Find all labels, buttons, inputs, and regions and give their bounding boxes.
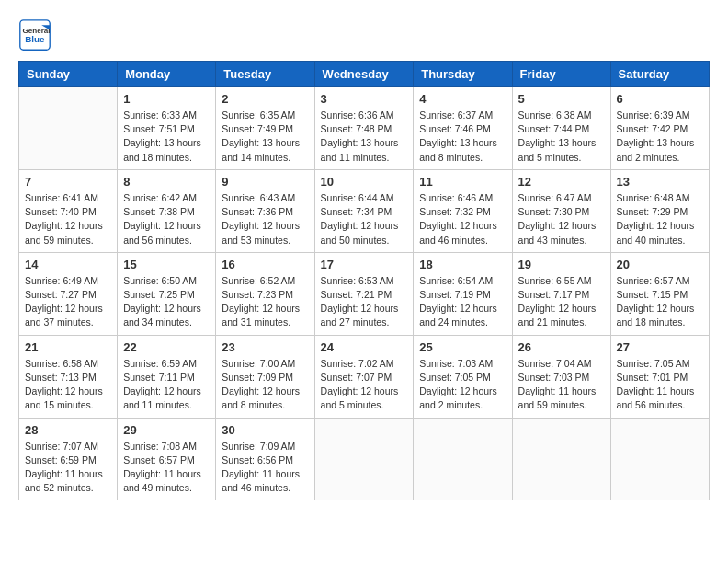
day-number: 4 [419, 92, 506, 106]
day-info: Sunrise: 6:53 AM Sunset: 7:21 PM Dayligh… [321, 274, 408, 330]
calendar-cell: 30Sunrise: 7:09 AM Sunset: 6:56 PM Dayli… [216, 418, 314, 500]
day-number: 28 [25, 423, 111, 437]
calendar-cell: 6Sunrise: 6:39 AM Sunset: 7:42 PM Daylig… [610, 87, 709, 170]
calendar-cell [610, 418, 709, 500]
calendar-week-row: 28Sunrise: 7:07 AM Sunset: 6:59 PM Dayli… [19, 418, 710, 500]
day-info: Sunrise: 6:48 AM Sunset: 7:29 PM Dayligh… [617, 191, 703, 247]
day-number: 30 [222, 423, 308, 437]
day-info: Sunrise: 6:50 AM Sunset: 7:25 PM Dayligh… [123, 274, 210, 330]
day-info: Sunrise: 6:37 AM Sunset: 7:46 PM Dayligh… [419, 109, 506, 165]
calendar-cell: 19Sunrise: 6:55 AM Sunset: 7:17 PM Dayli… [512, 252, 610, 335]
calendar-cell: 8Sunrise: 6:42 AM Sunset: 7:38 PM Daylig… [118, 169, 216, 252]
day-number: 6 [617, 92, 703, 106]
calendar-cell: 7Sunrise: 6:41 AM Sunset: 7:40 PM Daylig… [19, 169, 118, 252]
day-info: Sunrise: 6:49 AM Sunset: 7:27 PM Dayligh… [25, 274, 111, 330]
calendar-cell: 15Sunrise: 6:50 AM Sunset: 7:25 PM Dayli… [118, 252, 216, 335]
day-info: Sunrise: 6:43 AM Sunset: 7:36 PM Dayligh… [222, 191, 308, 247]
day-number: 8 [123, 175, 210, 189]
day-number: 11 [419, 175, 506, 189]
calendar-cell: 13Sunrise: 6:48 AM Sunset: 7:29 PM Dayli… [610, 169, 709, 252]
day-number: 13 [617, 175, 703, 189]
day-number: 7 [25, 175, 111, 189]
day-info: Sunrise: 6:57 AM Sunset: 7:15 PM Dayligh… [617, 274, 703, 330]
calendar-cell [414, 418, 512, 500]
day-number: 26 [518, 340, 605, 354]
weekday-header-sunday: Sunday [19, 62, 118, 87]
day-info: Sunrise: 7:03 AM Sunset: 7:05 PM Dayligh… [419, 357, 506, 413]
day-info: Sunrise: 7:07 AM Sunset: 6:59 PM Dayligh… [25, 440, 111, 496]
weekday-header-row: SundayMondayTuesdayWednesdayThursdayFrid… [19, 62, 710, 87]
calendar-cell: 23Sunrise: 7:00 AM Sunset: 7:09 PM Dayli… [216, 335, 314, 418]
calendar-cell: 2Sunrise: 6:35 AM Sunset: 7:49 PM Daylig… [216, 87, 314, 170]
calendar-week-row: 21Sunrise: 6:58 AM Sunset: 7:13 PM Dayli… [19, 335, 710, 418]
calendar-week-row: 14Sunrise: 6:49 AM Sunset: 7:27 PM Dayli… [19, 252, 710, 335]
calendar-cell: 17Sunrise: 6:53 AM Sunset: 7:21 PM Dayli… [314, 252, 414, 335]
day-number: 1 [123, 92, 210, 106]
day-number: 9 [222, 175, 308, 189]
day-info: Sunrise: 7:08 AM Sunset: 6:57 PM Dayligh… [123, 440, 210, 496]
calendar-cell: 20Sunrise: 6:57 AM Sunset: 7:15 PM Dayli… [610, 252, 709, 335]
day-info: Sunrise: 6:59 AM Sunset: 7:11 PM Dayligh… [123, 357, 210, 413]
day-number: 10 [321, 175, 408, 189]
calendar-cell: 26Sunrise: 7:04 AM Sunset: 7:03 PM Dayli… [512, 335, 610, 418]
calendar-cell: 24Sunrise: 7:02 AM Sunset: 7:07 PM Dayli… [314, 335, 414, 418]
calendar-cell: 29Sunrise: 7:08 AM Sunset: 6:57 PM Dayli… [118, 418, 216, 500]
day-info: Sunrise: 7:02 AM Sunset: 7:07 PM Dayligh… [321, 357, 408, 413]
calendar-cell: 14Sunrise: 6:49 AM Sunset: 7:27 PM Dayli… [19, 252, 118, 335]
day-info: Sunrise: 6:35 AM Sunset: 7:49 PM Dayligh… [222, 109, 308, 165]
calendar-cell: 12Sunrise: 6:47 AM Sunset: 7:30 PM Dayli… [512, 169, 610, 252]
day-number: 2 [222, 92, 308, 106]
calendar-cell [314, 418, 414, 500]
calendar-cell: 5Sunrise: 6:38 AM Sunset: 7:44 PM Daylig… [512, 87, 610, 170]
calendar-cell: 22Sunrise: 6:59 AM Sunset: 7:11 PM Dayli… [118, 335, 216, 418]
weekday-header-thursday: Thursday [414, 62, 512, 87]
day-info: Sunrise: 6:36 AM Sunset: 7:48 PM Dayligh… [321, 109, 408, 165]
day-number: 19 [518, 258, 605, 271]
calendar-cell [19, 87, 118, 170]
day-info: Sunrise: 6:44 AM Sunset: 7:34 PM Dayligh… [321, 191, 408, 247]
day-info: Sunrise: 6:54 AM Sunset: 7:19 PM Dayligh… [419, 274, 506, 330]
day-number: 3 [321, 92, 408, 106]
day-number: 14 [25, 258, 111, 271]
day-info: Sunrise: 6:58 AM Sunset: 7:13 PM Dayligh… [25, 357, 111, 413]
day-info: Sunrise: 6:41 AM Sunset: 7:40 PM Dayligh… [25, 191, 111, 247]
day-info: Sunrise: 6:47 AM Sunset: 7:30 PM Dayligh… [518, 191, 605, 247]
calendar-cell: 11Sunrise: 6:46 AM Sunset: 7:32 PM Dayli… [414, 169, 512, 252]
calendar-cell: 9Sunrise: 6:43 AM Sunset: 7:36 PM Daylig… [216, 169, 314, 252]
day-number: 21 [25, 340, 111, 354]
day-number: 20 [617, 258, 703, 271]
calendar-table: SundayMondayTuesdayWednesdayThursdayFrid… [18, 61, 710, 500]
calendar-cell: 10Sunrise: 6:44 AM Sunset: 7:34 PM Dayli… [314, 169, 414, 252]
calendar-cell: 1Sunrise: 6:33 AM Sunset: 7:51 PM Daylig… [118, 87, 216, 170]
day-number: 23 [222, 340, 308, 354]
weekday-header-friday: Friday [512, 62, 610, 87]
day-info: Sunrise: 6:55 AM Sunset: 7:17 PM Dayligh… [518, 274, 605, 330]
calendar-week-row: 1Sunrise: 6:33 AM Sunset: 7:51 PM Daylig… [19, 87, 710, 170]
calendar-cell: 4Sunrise: 6:37 AM Sunset: 7:46 PM Daylig… [414, 87, 512, 170]
day-number: 18 [419, 258, 506, 271]
day-number: 22 [123, 340, 210, 354]
calendar-cell: 28Sunrise: 7:07 AM Sunset: 6:59 PM Dayli… [19, 418, 118, 500]
logo-icon: General Blue [18, 18, 51, 52]
day-number: 24 [321, 340, 408, 354]
day-number: 15 [123, 258, 210, 271]
day-number: 12 [518, 175, 605, 189]
day-info: Sunrise: 7:04 AM Sunset: 7:03 PM Dayligh… [518, 357, 605, 413]
day-number: 17 [321, 258, 408, 271]
day-number: 16 [222, 258, 308, 271]
day-number: 27 [617, 340, 703, 354]
day-info: Sunrise: 6:39 AM Sunset: 7:42 PM Dayligh… [617, 109, 703, 165]
day-info: Sunrise: 6:46 AM Sunset: 7:32 PM Dayligh… [419, 191, 506, 247]
day-info: Sunrise: 6:52 AM Sunset: 7:23 PM Dayligh… [222, 274, 308, 330]
calendar-cell: 18Sunrise: 6:54 AM Sunset: 7:19 PM Dayli… [414, 252, 512, 335]
calendar-cell: 27Sunrise: 7:05 AM Sunset: 7:01 PM Dayli… [610, 335, 709, 418]
logo: General Blue [18, 18, 55, 52]
calendar-cell: 25Sunrise: 7:03 AM Sunset: 7:05 PM Dayli… [414, 335, 512, 418]
calendar-week-row: 7Sunrise: 6:41 AM Sunset: 7:40 PM Daylig… [19, 169, 710, 252]
calendar-cell: 16Sunrise: 6:52 AM Sunset: 7:23 PM Dayli… [216, 252, 314, 335]
calendar-cell [512, 418, 610, 500]
calendar-cell: 3Sunrise: 6:36 AM Sunset: 7:48 PM Daylig… [314, 87, 414, 170]
day-number: 25 [419, 340, 506, 354]
day-info: Sunrise: 7:09 AM Sunset: 6:56 PM Dayligh… [222, 440, 308, 496]
day-number: 29 [123, 423, 210, 437]
